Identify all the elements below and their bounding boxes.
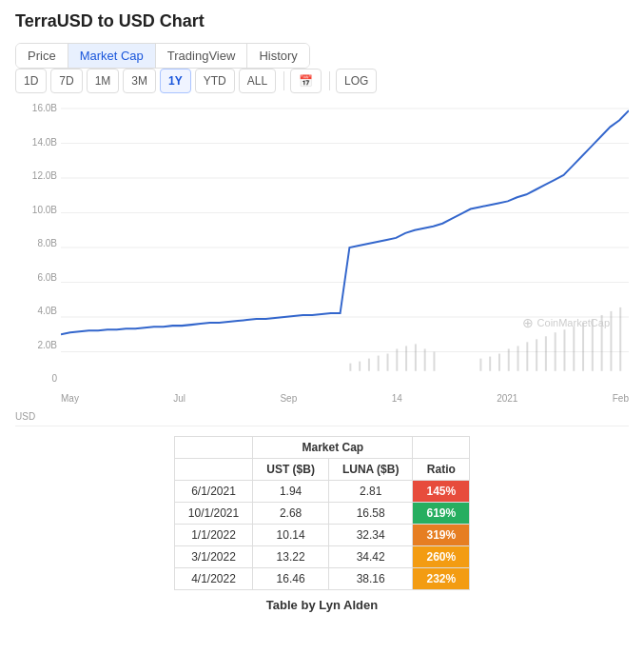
svg-rect-14 <box>405 346 407 370</box>
table-row: 6/1/2021 1.94 2.81 145% <box>174 481 469 503</box>
y-label-0: 0 <box>15 373 61 384</box>
y-axis: 0 2.0B 4.0B 6.0B 8.0B 10.0B 12.0B 14.0B … <box>15 103 61 387</box>
tab-price[interactable]: Price <box>16 44 68 68</box>
col-date-header <box>174 437 252 459</box>
svg-rect-13 <box>396 348 398 370</box>
time-7d[interactable]: 7D <box>50 69 82 93</box>
cell-luna-3: 32.34 <box>328 525 413 546</box>
table-section: Market Cap UST ($B) LUNA ($B) Ratio 6/1/… <box>15 436 629 612</box>
time-ytd[interactable]: YTD <box>195 69 235 93</box>
cell-ust-4: 13.22 <box>253 546 329 568</box>
usd-axis-label: USD <box>15 411 35 422</box>
y-label-10b: 10.0B <box>15 205 61 215</box>
y-label-6b: 6.0B <box>15 272 61 283</box>
cell-ratio-4: 260% <box>413 546 470 568</box>
x-label-14: 14 <box>392 393 402 404</box>
x-axis: May Jul Sep 14 2021 Feb <box>61 389 629 426</box>
y-label-2b: 2.0B <box>15 340 61 350</box>
calendar-button[interactable]: 📅 <box>290 69 322 93</box>
table-row: 1/1/2022 10.14 32.34 319% <box>174 525 469 546</box>
cell-luna-1: 2.81 <box>328 481 413 503</box>
svg-rect-27 <box>563 329 565 371</box>
chart-container: 0 2.0B 4.0B 6.0B 8.0B 10.0B 12.0B 14.0B … <box>15 103 629 426</box>
x-label-jul: Jul <box>173 393 185 404</box>
cell-ratio-5: 232% <box>413 568 470 590</box>
col-luna-header: LUNA ($B) <box>328 459 413 481</box>
svg-rect-18 <box>479 359 481 371</box>
cell-date-4: 3/1/2022 <box>174 546 252 568</box>
table-caption: Table by Lyn Alden <box>174 598 470 612</box>
y-label-16b: 16.0B <box>15 103 61 113</box>
cell-ust-1: 1.94 <box>253 481 329 503</box>
col-ratio-header <box>413 437 470 459</box>
svg-rect-9 <box>359 362 361 371</box>
cell-date-2: 10/1/2021 <box>174 503 252 525</box>
time-all[interactable]: ALL <box>239 69 276 93</box>
chart-svg <box>61 103 629 387</box>
divider2 <box>329 71 330 90</box>
svg-rect-23 <box>526 342 528 370</box>
time-1d[interactable]: 1D <box>15 69 47 93</box>
cell-ust-3: 10.14 <box>253 525 329 546</box>
svg-rect-26 <box>555 332 556 371</box>
tab-history[interactable]: History <box>247 44 308 68</box>
svg-rect-25 <box>545 336 547 370</box>
y-label-8b: 8.0B <box>15 238 61 248</box>
table-row: 10/1/2021 2.68 16.58 619% <box>174 503 469 525</box>
cell-date-1: 6/1/2021 <box>174 481 252 503</box>
table-row: 4/1/2022 16.46 38.16 232% <box>174 568 469 590</box>
col-marketcap-group-header: Market Cap <box>253 437 413 459</box>
time-1y[interactable]: 1Y <box>160 69 191 93</box>
watermark: ⊕ CoinMarketCap <box>522 315 610 330</box>
watermark-text: CoinMarketCap <box>537 317 610 328</box>
cell-luna-2: 16.58 <box>328 503 413 525</box>
svg-rect-16 <box>424 348 426 370</box>
svg-rect-17 <box>433 351 435 370</box>
log-button[interactable]: LOG <box>336 69 377 93</box>
cell-luna-4: 34.42 <box>328 546 413 568</box>
y-label-4b: 4.0B <box>15 306 61 316</box>
svg-rect-12 <box>387 354 389 371</box>
cell-ratio-3: 319% <box>413 525 470 546</box>
cell-ratio-2: 619% <box>413 503 470 525</box>
svg-rect-32 <box>610 311 612 371</box>
y-label-14b: 14.0B <box>15 137 61 148</box>
tab-bar: Price Market Cap TradingView History 1D … <box>15 43 629 93</box>
time-range-group: 1D 7D 1M 3M 1Y YTD ALL 📅 LOG <box>15 69 379 93</box>
main-tab-group: Price Market Cap TradingView History <box>15 43 310 69</box>
svg-rect-21 <box>508 348 510 370</box>
time-1m[interactable]: 1M <box>87 69 120 93</box>
x-label-sep: Sep <box>280 393 297 404</box>
svg-rect-24 <box>536 339 537 370</box>
col-ust-header: UST ($B) <box>253 459 329 481</box>
cell-ust-5: 16.46 <box>253 568 329 590</box>
cell-ust-2: 2.68 <box>253 503 329 525</box>
x-label-may: May <box>61 393 79 404</box>
x-label-feb: Feb <box>613 393 629 404</box>
cell-luna-5: 38.16 <box>328 568 413 590</box>
cell-date-5: 4/1/2022 <box>174 568 252 590</box>
divider <box>283 71 284 90</box>
col-date-subheader <box>174 459 252 481</box>
svg-rect-28 <box>573 327 575 371</box>
svg-rect-11 <box>378 356 380 371</box>
col-ratio-subheader: Ratio <box>413 459 470 481</box>
svg-rect-15 <box>415 344 417 370</box>
page-title: TerraUSD to USD Chart <box>15 11 629 31</box>
svg-rect-10 <box>368 359 370 371</box>
y-label-12b: 12.0B <box>15 170 61 181</box>
svg-rect-33 <box>619 307 621 371</box>
svg-rect-19 <box>489 357 491 371</box>
cell-ratio-1: 145% <box>413 481 470 503</box>
time-3m[interactable]: 3M <box>123 69 156 93</box>
svg-rect-8 <box>349 364 351 371</box>
x-label-2021: 2021 <box>497 393 517 404</box>
tab-marketcap[interactable]: Market Cap <box>68 44 156 68</box>
market-cap-table: Market Cap UST ($B) LUNA ($B) Ratio 6/1/… <box>174 436 470 590</box>
cell-date-3: 1/1/2022 <box>174 525 252 546</box>
watermark-icon: ⊕ <box>522 315 534 330</box>
chart-svg-area: ⊕ CoinMarketCap <box>61 103 629 387</box>
table-row: 3/1/2022 13.22 34.42 260% <box>174 546 469 568</box>
tab-tradingview[interactable]: TradingView <box>156 44 248 68</box>
svg-rect-20 <box>498 354 500 371</box>
